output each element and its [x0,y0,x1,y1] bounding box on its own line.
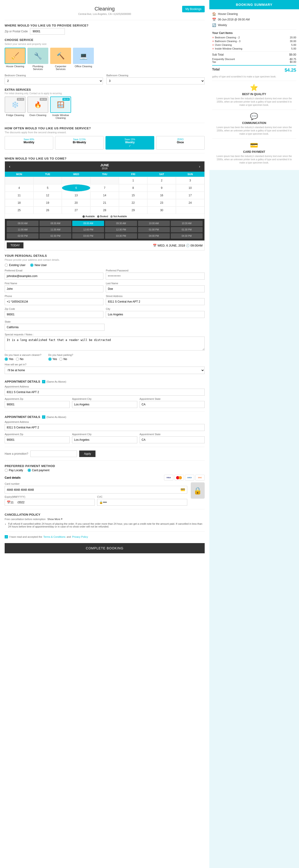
parking-yes-radio[interactable] [48,358,52,361]
time-slot-04:30-pm[interactable]: 04:30 PM [171,233,203,239]
service-card-house-cleaning[interactable]: 🧹 House Cleaning [5,48,26,70]
time-slot-12:00-pm[interactable]: 12:00 PM [72,227,104,232]
dropdown-select-1[interactable]: 1234 [106,78,205,85]
email-input[interactable] [5,273,103,280]
time-slot-08:00-am[interactable]: 08:00 AM [7,221,39,226]
time-slot-01:00-pm[interactable]: 01:00 PM [138,227,170,232]
last-name-input[interactable] [106,285,204,292]
cal-day-9[interactable]: 9 [147,184,176,192]
service-card-office-cleaning[interactable]: 💻 Office Cleaning [73,48,94,70]
phone-input[interactable] [5,298,103,305]
first-name-input[interactable] [5,285,103,292]
cal-day-6[interactable]: 6 [62,184,90,192]
extra-card-0[interactable]: $6.00 ❄️ Fridge Cleaning [5,96,26,119]
show-more-button[interactable]: Show More ▾ [47,518,63,521]
terms-conditions-link[interactable]: Terms & Conditions [43,535,66,538]
privacy-policy-link[interactable]: Privacy Policy [72,535,88,538]
cal-day-17[interactable]: 17 [176,192,204,199]
existing-user-radio[interactable] [5,264,8,267]
cal-day-27[interactable]: 27 [62,207,90,214]
cal-day-8[interactable]: 8 [119,184,147,192]
time-slot-12:30-pm[interactable]: 12:30 PM [105,227,137,232]
time-slot-10:00-am[interactable]: 10:00 AM [138,221,170,226]
pay-locally-radio[interactable] [5,469,8,472]
card-payment-radio[interactable] [28,469,31,472]
special-textarea[interactable]: It is a long established fact that a rea… [5,337,205,350]
service-card-plumbing-services[interactable]: 🔧 Plumbing Services [27,48,48,70]
service-card-carpenter-services[interactable]: 🔨 Carpenter Services [50,48,71,70]
time-slot-02:30-pm[interactable]: 02:30 PM [39,233,71,239]
cal-day-18[interactable]: 18 [5,199,33,207]
appt-address-1-input[interactable] [5,389,205,396]
parking-no[interactable]: No [59,358,67,361]
calendar-next[interactable]: › [197,164,203,168]
appt-zip-1-input[interactable] [5,401,70,408]
cal-day-14[interactable]: 14 [90,192,119,199]
cal-day-3[interactable]: 3 [176,177,204,184]
complete-booking-button[interactable]: COMPLETE BOOKING [5,543,205,553]
cal-day-28[interactable]: 28 [90,207,119,214]
cvc-input[interactable] [103,501,117,504]
cal-day-1[interactable]: 1 [119,177,147,184]
today-button[interactable]: TODAY [7,242,24,248]
cal-day-26[interactable]: 26 [33,207,62,214]
appt-zip-2-input[interactable] [5,436,70,443]
dropdown-select-0[interactable]: 1234 [5,78,103,85]
cal-day-16[interactable]: 16 [147,192,176,199]
extra-card-2[interactable]: $6.00 🪟 Inside Window Cleaning [50,96,71,119]
vacuum-no-radio[interactable] [16,358,19,361]
vacuum-no[interactable]: No [16,358,24,361]
time-slot-08:30-am[interactable]: 08:30 AM [39,221,71,226]
cal-day-7[interactable]: 7 [90,184,119,192]
same-as-above-checkbox-1[interactable] [42,380,45,383]
promo-input[interactable] [30,451,77,457]
vacuum-yes-radio[interactable] [5,358,8,361]
cal-day-10[interactable]: 10 [176,184,204,192]
time-slot-11:30-am[interactable]: 11:30 AM [39,227,71,232]
cal-day-22[interactable]: 22 [119,199,147,207]
time-slot-11:00-am[interactable]: 11:00 AM [7,227,39,232]
time-slot-03:30-pm[interactable]: 03:30 PM [105,233,137,239]
cal-day-4[interactable]: 4 [5,184,33,192]
cal-day-20[interactable]: 20 [62,199,90,207]
apply-button[interactable]: Apply [79,451,96,457]
appt-city-2-input[interactable] [72,436,137,443]
cal-day-5[interactable]: 5 [33,184,62,192]
cal-day-2[interactable]: 2 [147,177,176,184]
appt-state-2-input[interactable] [140,436,205,443]
cal-day-29[interactable]: 29 [119,207,147,214]
password-input[interactable] [106,273,204,280]
time-slot-03:00-pm[interactable]: 03:00 PM [72,233,104,239]
freq-option-monthly[interactable]: Save 60% Monthly [5,136,53,150]
time-slot-09:00-am[interactable]: 09:00 AM [72,221,104,226]
time-slot-01:30-pm[interactable]: 01:30 PM [171,227,203,232]
parking-no-radio[interactable] [59,358,63,361]
pay-locally-option[interactable]: Pay Locally [5,469,23,472]
cal-day-23[interactable]: 23 [147,199,176,207]
parking-yes[interactable]: Yes [48,358,57,361]
time-slot-10:30-am[interactable]: 10:30 AM [171,221,203,226]
new-user-radio[interactable] [30,264,33,267]
street-input[interactable] [106,298,204,305]
card-number-input[interactable] [7,488,180,491]
city-input[interactable] [106,311,204,318]
cal-day-24[interactable]: 24 [176,199,204,207]
cal-day-30[interactable]: 30 [147,207,176,214]
cal-day-11[interactable]: 11 [5,192,33,199]
freq-option-bi-weekly[interactable]: Save 12.5% Bi-Weekly [55,136,104,150]
freq-option-weekly[interactable]: Save 15% Weekly✓ [105,136,154,150]
vacuum-yes[interactable]: Yes [5,358,13,361]
time-slot-04:00-pm[interactable]: 04:00 PM [138,233,170,239]
cal-day-12[interactable]: 12 [33,192,62,199]
my-bookings-button[interactable]: My Bookings [182,6,205,12]
zip-input[interactable] [30,28,65,35]
cal-day-15[interactable]: 15 [119,192,147,199]
same-as-above-checkbox-2[interactable] [42,415,45,418]
how-get-select[interactable]: I'll be at home [5,367,205,374]
expiry-year-input[interactable] [19,501,30,504]
cal-day-25[interactable]: 25 [5,207,33,214]
time-slot-02:00-pm[interactable]: 02:00 PM [7,233,39,239]
expiry-month-input[interactable] [10,501,18,504]
new-user-option[interactable]: New User [30,264,47,267]
cal-day-19[interactable]: 19 [33,199,62,207]
